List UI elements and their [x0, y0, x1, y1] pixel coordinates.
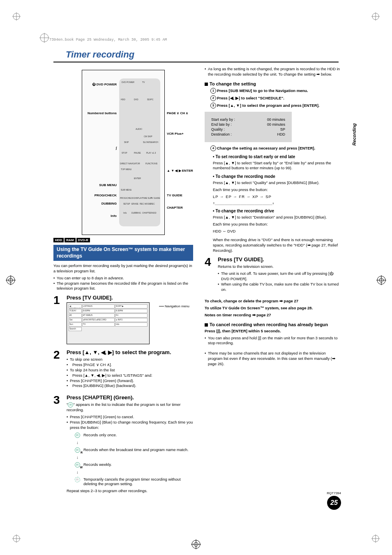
remote-key-label: PAUSE [134, 152, 141, 154]
remote-body: DVD POWERTVHDDDVDSD/PCAUDIOCM SKIPSKIPSL… [119, 78, 160, 226]
media-badge: RAM [65, 238, 75, 242]
change-step-3: 3Press [▲, ▼] to select the program and … [205, 103, 341, 108]
step-2-bullets: To skip one screenPress [PAGE ∨ CH ∧].To… [67, 357, 193, 389]
list-item: The program name becomes the recorded ti… [53, 281, 193, 292]
list-item: You can enter up to 8 days in advance. [53, 276, 193, 281]
guide-cell: Search [69, 327, 82, 331]
content: DVD POWERTVHDDDVDSD/PCAUDIOCM SKIPSKIPSL… [53, 66, 341, 495]
page-refs: To check, change or delete the program ➡… [205, 299, 341, 318]
step-3-lead: "R" appears in the list to indicate that… [67, 402, 193, 413]
page-ref: To utilize TV Guide On Screen™ system, s… [205, 306, 341, 311]
list-item: To skip 24 hours in the list [67, 368, 193, 373]
settings-panel: Start early by :00 minutesEnd late by :0… [205, 112, 292, 142]
remote-key-label: PLAY x1.3 [146, 152, 156, 154]
registration-bottom [191, 539, 201, 549]
remote-label: PAGE ∨ CH ∧ [167, 111, 201, 115]
sub-rec-mode-body2: Each time you press the button: [213, 187, 341, 193]
frequency-row: RRRecords when the broadcast time and pr… [75, 447, 193, 453]
intro-text: You can perform timer recording easily b… [53, 263, 193, 274]
list-item: When using the cable TV box, make sure t… [218, 282, 341, 292]
registration-left [6, 275, 16, 285]
remote-key-label: SKIP [124, 141, 129, 143]
guide-cell: SORT ▶ [115, 304, 148, 309]
tv-guide-screenshot: Navigation menu ◀ SCHEDULELISTINGSSORT ▶… [67, 302, 150, 344]
page-footer: RQT7394 25 [327, 491, 341, 510]
nav-menu-callout: Navigation menu [165, 304, 189, 308]
remote-label: ∫ [84, 146, 117, 150]
section-heading: Using the TV Guide On Screen™ system to … [53, 245, 193, 261]
remote-key-label: ADD [152, 212, 157, 214]
page: 7394en.book Page 25 Wednesday, March 30,… [0, 0, 392, 555]
rec-icon: R [75, 462, 80, 467]
intro-bullets: You can enter up to 8 days in advance.Th… [53, 276, 193, 291]
frequency-row: RRecords only once. [75, 433, 193, 438]
remote-key-label: DIRECT NAVIGATOR [120, 162, 140, 165]
top-note-item: As long as the setting is not changed, t… [205, 67, 341, 77]
crop-mark-tr [371, 12, 380, 21]
page-title: Timer recording [53, 49, 339, 60]
step-2-number: 2 [53, 349, 63, 391]
remote-key-label: DUBBING [131, 212, 141, 214]
guide-cell: Sat [69, 318, 82, 322]
page-ref: Notes on timer recording ➡ page 27 [205, 313, 341, 318]
list-item: To skip one screen [67, 357, 193, 362]
page-number: 25 [327, 496, 341, 510]
title-bar: Timer recording [53, 49, 339, 62]
remote-key-label: SETUP [123, 203, 130, 205]
cancel-instruction: Press [∫], then [ENTER] within 5 seconds… [205, 329, 341, 334]
remote-label: TV GUIDE [167, 193, 201, 197]
rec-icon: R [75, 447, 80, 453]
sub-rec-mode-body1: Press [▲, ▼] to select "Quality" and pre… [213, 180, 341, 186]
guide-cell: LISTINGS [82, 304, 115, 309]
list-item: The unit is not off. To save power, turn… [218, 271, 341, 282]
list-item: Press [DUBBING] (Blue) to change recordi… [67, 420, 193, 431]
crop-mark-tl [12, 12, 21, 21]
guide-cell: ◀ SCHEDULE [69, 304, 82, 309]
model-number: RQT7394 [327, 491, 341, 495]
guide-cell: 8:30PM [115, 309, 148, 313]
remote-label: ▲ ▼ ◀ ▶ ENTER [167, 169, 201, 173]
guide-cell: TV [82, 322, 115, 327]
guide-cell: #2 [69, 313, 82, 318]
top-note: As long as the setting is not changed, t… [205, 67, 341, 77]
step-4-number: 4 [205, 256, 214, 295]
step-1: 1 Press [TV GUIDE]. Navigation menu ◀ SC… [53, 295, 193, 346]
step-3-repeat: Repeat steps 2–3 to program other record… [67, 488, 193, 494]
step-3-title: Press [CHAPTER] (Green). [67, 394, 193, 401]
sub-rec-drive-title: To change the recording drive [213, 209, 341, 213]
step-1-number: 1 [53, 295, 63, 346]
final-note-item: There may be some channels that are not … [205, 351, 341, 366]
guide-cell: TODAY [69, 309, 82, 313]
remote-key-label: CHAPTER [142, 212, 152, 214]
remote-diagram: DVD POWERTVHDDDVDSD/PCAUDIOCM SKIPSKIPSL… [82, 70, 165, 235]
remote-label: VCR Plus+ [167, 132, 201, 136]
registration-header [39, 33, 49, 43]
settings-row: End late by :00 minutes [211, 122, 285, 127]
step-3-bullets: Press [CHAPTER] (Green) to cancel.Press … [67, 415, 193, 430]
rec-icon: R [68, 402, 73, 408]
remote-key-label: FUNCTIONS [145, 162, 157, 165]
remote-key-label: PROG/CHECK [120, 197, 134, 199]
remote-label: Numbered buttons [84, 111, 117, 115]
relief-note: When the recording drive is "DVD" and th… [213, 237, 341, 253]
remote-key-label: HDD [121, 98, 125, 101]
remote-key-label: STOP [122, 152, 127, 154]
media-badges: HDDRAMDVD-R [53, 237, 193, 242]
remote-key-label: REC MODE [140, 203, 151, 205]
remote-label: PROG/CHECK [84, 193, 117, 197]
guide-cell: ● INFO. [115, 318, 148, 322]
remote-key-label: ERASE [131, 203, 138, 205]
rec-mode-chain: LP → EP → FR → XP → SP [213, 194, 341, 200]
list-item: Press [▲, ▼, ◀, ▶] to select "LISTINGS" … [67, 373, 193, 378]
remote-key-label: AUDIO [136, 128, 142, 130]
change-setting-head: To change the setting [205, 81, 341, 86]
page-ref: To check, change or delete the program ➡… [205, 299, 341, 304]
frequency-desc: Records weekly. [83, 462, 112, 467]
remote-label: Info [84, 214, 117, 218]
list-item: Press [PAGE ∨ CH ∧]. [67, 362, 193, 368]
header-stamp: 7394en.book Page 25 Wednesday, March 30,… [49, 38, 167, 42]
step-2-title: Press [▲, ▼, ◀, ▶] to select the program… [67, 349, 193, 355]
media-badge: HDD [53, 238, 64, 242]
step-4-bullets: The unit is not off. To save power, turn… [218, 271, 341, 292]
step-2: 2 Press [▲, ▼, ◀, ▶] to select the progr… [53, 349, 193, 391]
